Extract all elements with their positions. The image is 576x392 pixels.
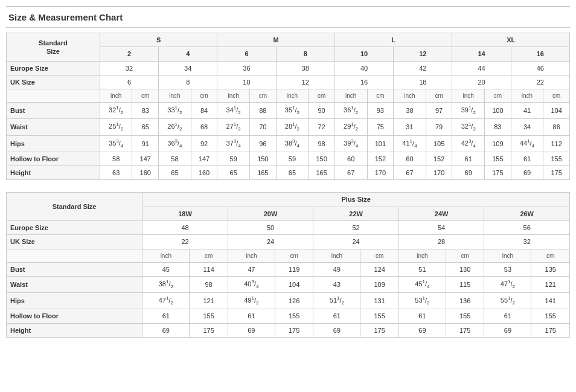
col-header-s: S <box>100 33 217 47</box>
unit-cm: cm <box>367 89 394 103</box>
table-row: Height 63 160 65 160 65 165 65 165 67 17… <box>7 166 570 180</box>
standard-size-table: StandardSize S M L XL 2 4 6 8 10 12 14 1… <box>6 33 570 180</box>
eu-50: 50 <box>228 221 313 235</box>
unit-cm-p: cm <box>275 249 313 262</box>
row-height-label: Height <box>7 166 100 180</box>
eu-38: 38 <box>276 61 334 75</box>
row-uk-label: UK Size <box>7 75 100 89</box>
eu-46: 46 <box>511 61 569 75</box>
col-header-standard-plus: Standard Size <box>7 193 142 221</box>
uk-32-plus: 32 <box>484 235 570 249</box>
row-bust-plus-label: Bust <box>7 262 142 276</box>
col-us-6: 6 <box>217 47 276 61</box>
col-us-20w: 20W <box>228 207 313 220</box>
col-header-xl: XL <box>452 33 570 47</box>
col-us-10: 10 <box>334 47 393 61</box>
uk-8: 8 <box>159 75 217 89</box>
row-europe-label: Europe Size <box>7 61 100 75</box>
table-row: Height 69 175 69 175 69 175 69 175 69 17… <box>7 323 570 337</box>
unit-cm: cm <box>250 89 277 103</box>
col-us-18w: 18W <box>142 207 228 220</box>
unit-cm: cm <box>309 89 335 103</box>
eu-44: 44 <box>452 61 511 75</box>
unit-empty <box>7 89 100 103</box>
row-hollow-label: Hollow to Floor <box>7 152 100 165</box>
col-header-plus: Plus Size <box>142 193 570 207</box>
col-us-12: 12 <box>394 47 452 61</box>
uk-24-plus: 24 <box>228 235 313 249</box>
unit-inch-p: inch <box>142 249 190 262</box>
unit-cm: cm <box>543 89 570 103</box>
eu-34: 34 <box>159 61 217 75</box>
table-row: Bust 45 114 47 119 49 124 51 130 53 135 <box>7 262 570 276</box>
row-europe-label-plus: Europe Size <box>7 221 142 235</box>
eu-56: 56 <box>484 221 570 235</box>
unit-inch: inch <box>100 89 132 103</box>
table-row: Hips 353/4 91 363/4 92 373/4 96 383/4 98… <box>7 135 570 152</box>
row-hips-label: Hips <box>7 135 100 152</box>
unit-empty-plus <box>7 249 142 262</box>
col-us-2: 2 <box>100 47 158 61</box>
uk-20: 20 <box>452 75 511 89</box>
unit-inch: inch <box>159 89 191 103</box>
table-row: Waist 251/2 65 261/2 68 271/2 70 281/2 7… <box>7 119 570 135</box>
eu-36: 36 <box>217 61 276 75</box>
uk-22: 22 <box>511 75 569 89</box>
row-height-plus-label: Height <box>7 323 142 337</box>
uk-22-plus: 22 <box>142 235 228 249</box>
uk-16: 16 <box>334 75 393 89</box>
unit-cm-p: cm <box>360 249 398 262</box>
unit-cm: cm <box>485 89 511 103</box>
col-us-4: 4 <box>159 47 217 61</box>
page-title: Size & Measurement Chart <box>6 6 570 28</box>
row-waist-plus-label: Waist <box>7 276 142 292</box>
unit-inch-p: inch <box>398 249 446 262</box>
unit-cm: cm <box>132 89 159 103</box>
unit-cm: cm <box>426 89 452 103</box>
row-waist-label: Waist <box>7 119 100 135</box>
unit-inch: inch <box>334 89 367 103</box>
unit-cm: cm <box>191 89 217 103</box>
col-header-standard: StandardSize <box>7 33 100 62</box>
unit-inch: inch <box>511 89 543 103</box>
unit-cm-p: cm <box>190 249 228 262</box>
col-header-l: L <box>334 33 452 47</box>
unit-inch: inch <box>394 89 426 103</box>
uk-28-plus: 28 <box>398 235 484 249</box>
col-us-16: 16 <box>511 47 569 61</box>
unit-inch-p: inch <box>228 249 275 262</box>
unit-inch: inch <box>452 89 485 103</box>
table-row: Waist 381/2 98 403/4 104 43 109 451/4 11… <box>7 276 570 292</box>
unit-inch: inch <box>276 89 309 103</box>
unit-inch: inch <box>217 89 250 103</box>
eu-42: 42 <box>394 61 452 75</box>
unit-cm-p: cm <box>446 249 484 262</box>
uk-12: 12 <box>276 75 334 89</box>
eu-40: 40 <box>334 61 393 75</box>
unit-inch-p: inch <box>484 249 531 262</box>
col-header-m: M <box>217 33 335 47</box>
row-hips-plus-label: Hips <box>7 293 142 309</box>
col-us-8: 8 <box>276 47 334 61</box>
row-uk-label-plus: UK Size <box>7 235 142 249</box>
col-us-22w: 22W <box>313 207 399 220</box>
unit-inch-p: inch <box>313 249 360 262</box>
eu-32: 32 <box>100 61 158 75</box>
table-row: Hollow to Floor 58 147 58 147 59 150 59 … <box>7 152 570 165</box>
row-hollow-plus-label: Hollow to Floor <box>7 309 142 323</box>
uk-24-plus2: 24 <box>313 235 399 249</box>
unit-cm-p: cm <box>531 249 570 262</box>
col-us-14: 14 <box>452 47 511 61</box>
uk-10: 10 <box>217 75 276 89</box>
col-us-26w: 26W <box>484 207 570 220</box>
uk-6: 6 <box>100 75 158 89</box>
uk-18: 18 <box>394 75 452 89</box>
col-us-24w: 24W <box>398 207 484 220</box>
row-bust-label: Bust <box>7 103 100 119</box>
plus-size-table: Standard Size Plus Size 18W 20W 22W 24W … <box>6 192 570 338</box>
eu-52: 52 <box>313 221 399 235</box>
eu-48: 48 <box>142 221 228 235</box>
eu-54: 54 <box>398 221 484 235</box>
table-row: Hollow to Floor 61 155 61 155 61 155 61 … <box>7 309 570 323</box>
table-row: Bust 321/2 83 331/2 84 341/2 88 351/2 90… <box>7 103 570 119</box>
